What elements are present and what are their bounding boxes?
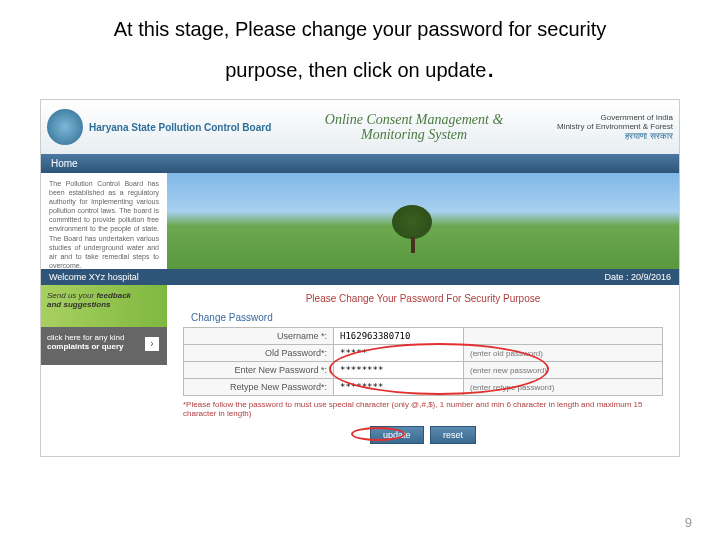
retype-password-field[interactable]: [340, 382, 457, 392]
hero-row: The Pollution Control Board has been est…: [41, 173, 679, 269]
update-button[interactable]: update: [370, 426, 424, 444]
hindi-text: हरयाणा सरकार: [557, 131, 673, 142]
navbar: Home: [41, 154, 679, 173]
slide-title-dot: .: [486, 50, 494, 83]
system-title-line2: Monitoring System: [271, 127, 557, 142]
row-old-password: Old Password*: (enter old password): [184, 345, 663, 362]
system-title-line1: Online Consent Management &: [271, 112, 557, 127]
old-password-field[interactable]: [340, 348, 457, 358]
hint-username: [464, 328, 663, 345]
about-text: The Pollution Control Board has been est…: [41, 173, 167, 269]
new-password-field[interactable]: [340, 365, 457, 375]
welcome-date: Date : 20/9/2016: [604, 272, 671, 282]
feedback-widget[interactable]: Send us your feedback and suggestions: [41, 285, 167, 327]
left-widgets: Send us your feedback and suggestions cl…: [41, 285, 167, 456]
welcome-bar: Welcome XYz hospital Date : 20/9/2016: [41, 269, 679, 285]
label-retype: Retype New Password*:: [184, 379, 334, 396]
complaints-l2: complaints or query: [47, 342, 123, 351]
row-username: Username *:: [184, 328, 663, 345]
complaints-l1: click here for any kind: [47, 333, 124, 342]
slide-title: At this stage, Please change your passwo…: [0, 0, 720, 93]
password-note: *Please follow the password to must use …: [183, 400, 663, 418]
board-name: Haryana State Pollution Control Board: [89, 122, 271, 133]
hint-new: (enter new password): [464, 362, 663, 379]
label-username: Username *:: [184, 328, 334, 345]
main-form-area: Please Change Your Password For Security…: [167, 285, 679, 456]
hint-old: (enter old password): [464, 345, 663, 362]
feedback-l3: and suggestions: [47, 300, 111, 309]
board-logo-icon: [47, 109, 83, 145]
row-retype-password: Retype New Password*: (enter retype pass…: [184, 379, 663, 396]
slide-title-line2: purpose, then click on update: [225, 59, 486, 81]
reset-button[interactable]: reset: [430, 426, 476, 444]
app-window: Haryana State Pollution Control Board On…: [40, 99, 680, 457]
feedback-l1: Send us your: [47, 291, 94, 300]
form-title: Please Change Your Password For Security…: [183, 293, 663, 304]
password-form-table: Username *: Old Password*: (enter old pa…: [183, 327, 663, 396]
label-old: Old Password*:: [184, 345, 334, 362]
arrow-icon: ›: [145, 337, 159, 351]
header-govt: Government of India Ministry of Environm…: [557, 113, 673, 142]
feedback-l2: feedback: [96, 291, 131, 300]
govt-text: Government of India: [557, 113, 673, 122]
hint-retype: (enter retype password): [464, 379, 663, 396]
tree-icon: [392, 205, 432, 239]
nav-home[interactable]: Home: [51, 158, 78, 169]
complaints-widget[interactable]: click here for any kind complaints or qu…: [41, 327, 167, 365]
row-new-password: Enter New Password *: (enter new passwor…: [184, 362, 663, 379]
app-header: Haryana State Pollution Control Board On…: [41, 100, 679, 154]
label-new: Enter New Password *:: [184, 362, 334, 379]
ministry-text: Ministry of Environment & Forest: [557, 122, 673, 131]
slide-title-line1: At this stage, Please change your passwo…: [114, 18, 606, 40]
button-row: update reset: [183, 426, 663, 444]
hero-image: [167, 173, 679, 269]
username-field: [340, 331, 457, 341]
page-number: 9: [685, 515, 692, 530]
content-area: Send us your feedback and suggestions cl…: [41, 285, 679, 456]
welcome-text: Welcome XYz hospital: [49, 272, 139, 282]
section-label: Change Password: [191, 312, 663, 323]
system-title: Online Consent Management & Monitoring S…: [271, 112, 557, 143]
